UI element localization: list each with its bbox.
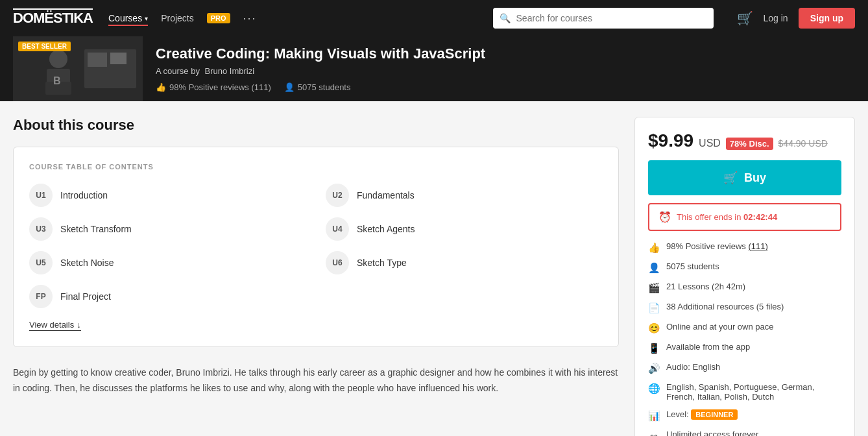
- sidebar-info-pace: 😊 Online and at your own pace: [648, 322, 841, 334]
- offer-countdown-box: ⏰ This offer ends in 02:42:44: [648, 203, 841, 231]
- svg-text:B: B: [53, 75, 61, 86]
- sidebar-card: $9.99 USD 78% Disc. $44.90 USD 🛒 Buy ⏰ T…: [634, 117, 855, 436]
- signup-button[interactable]: Sign up: [799, 8, 855, 29]
- pace-icon: 😊: [648, 322, 660, 334]
- main-layout: About this course COURSE TABLE OF CONTEN…: [0, 101, 868, 436]
- offer-timer: 02:42:44: [743, 212, 777, 222]
- sidebar-info-level: 📊 Level: BEGINNER: [648, 409, 841, 422]
- sidebar-info-access: ∞ Unlimited access forever: [648, 430, 841, 436]
- nav-projects[interactable]: Projects: [161, 10, 194, 26]
- cart-icon[interactable]: 🛒: [737, 10, 753, 26]
- unit-badge-u6: U6: [326, 251, 349, 274]
- course-description: Begin by getting to know creative coder,…: [13, 365, 619, 396]
- unit-name-u6: Sketch Type: [357, 258, 407, 268]
- clock-icon: ⏰: [658, 211, 671, 223]
- login-button[interactable]: Log in: [764, 13, 788, 23]
- main-nav: Courses ▾ Projects PRO ···: [108, 10, 257, 26]
- search-input[interactable]: [493, 8, 714, 29]
- languages-icon: 🌐: [648, 383, 660, 394]
- course-author: A course by Bruno Imbrizi: [156, 66, 855, 76]
- sidebar-info-app: 📱 Available from the app: [648, 342, 841, 354]
- hero-info: Creative Coding: Making Visuals with Jav…: [156, 45, 855, 92]
- sidebar-info-languages: 🌐 English, Spanish, Portuguese, German, …: [648, 382, 841, 402]
- sidebar-info-reviews: 👍 98% Positive reviews (111): [648, 241, 841, 254]
- cart-icon: 🛒: [723, 171, 738, 185]
- main-content: About this course COURSE TABLE OF CONTEN…: [13, 117, 619, 396]
- search-box: 🔍: [493, 8, 714, 29]
- students-icon: 👤: [284, 82, 295, 92]
- offer-text: This offer ends in 02:42:44: [677, 212, 777, 222]
- course-unit-u3: U3 Sketch Transform: [29, 217, 306, 241]
- sidebar-info-audio: 🔊 Audio: English: [648, 362, 841, 374]
- unit-name-u3: Sketch Transform: [60, 224, 132, 234]
- unit-name-u1: Introduction: [60, 190, 108, 200]
- app-icon: 📱: [648, 343, 660, 354]
- unit-badge-u5: U5: [29, 251, 53, 274]
- hero-section: BEST SELLER B Creative Coding: Making Vi…: [0, 36, 868, 101]
- course-unit-u6: U6 Sketch Type: [326, 251, 603, 274]
- course-title: Creative Coding: Making Visuals with Jav…: [156, 45, 855, 62]
- unit-name-u4: Sketch Agents: [357, 224, 415, 234]
- sidebar-info-list: 👍 98% Positive reviews (111) 👤 5075 stud…: [648, 241, 841, 436]
- price-main: $9.99: [648, 130, 693, 151]
- unit-badge-u2: U2: [326, 184, 349, 207]
- navbar: DOMËSTIKA Courses ▾ Projects PRO ··· 🔍 🛒…: [0, 0, 868, 36]
- lessons-icon: 🎬: [648, 282, 660, 294]
- course-unit-u2: U2 Fundamentals: [326, 184, 603, 207]
- unit-name-u2: Fundamentals: [357, 190, 415, 200]
- thumbs-up-icon: 👍: [156, 82, 166, 92]
- level-icon: 📊: [648, 410, 660, 422]
- unit-badge-u1: U1: [29, 184, 53, 207]
- price-currency: USD: [699, 138, 721, 149]
- level-badge: BEGINNER: [691, 409, 738, 420]
- course-unit-u1: U1 Introduction: [29, 184, 306, 207]
- nav-courses[interactable]: Courses ▾: [108, 10, 148, 26]
- unit-name-fp: Final Project: [60, 291, 111, 302]
- unit-badge-u4: U4: [326, 217, 349, 241]
- course-thumbnail: BEST SELLER B: [13, 36, 143, 101]
- logo[interactable]: DOMËSTIKA: [13, 10, 93, 27]
- view-details-link[interactable]: View details ↓: [29, 320, 81, 331]
- sidebar-info-lessons: 🎬 21 Lessons (2h 42m): [648, 282, 841, 294]
- infinity-icon: ∞: [648, 430, 660, 436]
- discount-badge: 78% Disc.: [726, 138, 773, 150]
- reviews-stat: 👍 98% Positive reviews (111): [156, 82, 271, 92]
- sidebar-info-students: 👤 5075 students: [648, 261, 841, 274]
- unit-badge-fp: FP: [29, 285, 53, 308]
- svg-point-4: [49, 50, 67, 68]
- original-price: $44.90 USD: [778, 138, 828, 149]
- audio-icon: 🔊: [648, 363, 660, 374]
- more-button[interactable]: ···: [243, 12, 257, 25]
- course-unit-fp: FP Final Project: [29, 285, 306, 308]
- resources-icon: 📄: [648, 302, 660, 314]
- chevron-down-icon: ↓: [77, 320, 81, 330]
- unit-badge-u3: U3: [29, 217, 53, 241]
- svg-rect-3: [110, 53, 127, 64]
- about-title: About this course: [13, 117, 619, 134]
- course-unit-u5: U5 Sketch Noise: [29, 251, 306, 274]
- svg-rect-2: [88, 53, 107, 67]
- students-icon: 👤: [648, 262, 660, 274]
- hero-stats: 👍 98% Positive reviews (111) 👤 5075 stud…: [156, 82, 855, 92]
- course-table-label: COURSE TABLE OF CONTENTS: [29, 163, 603, 171]
- chevron-down-icon: ▾: [145, 15, 148, 22]
- thumbs-up-icon: 👍: [648, 242, 660, 254]
- course-table-grid: U1 Introduction U2 Fundamentals U3 Sketc…: [29, 184, 603, 308]
- sidebar-info-resources: 📄 38 Additional resources (5 files): [648, 302, 841, 314]
- price-row: $9.99 USD 78% Disc. $44.90 USD: [648, 130, 841, 151]
- sidebar: $9.99 USD 78% Disc. $44.90 USD 🛒 Buy ⏰ T…: [634, 117, 855, 436]
- navbar-right: 🛒 Log in Sign up: [737, 8, 855, 29]
- reviews-link[interactable]: (111): [748, 241, 767, 251]
- course-unit-u4: U4 Sketch Agents: [326, 217, 603, 241]
- search-icon: 🔍: [500, 13, 511, 23]
- author-name[interactable]: Bruno Imbrizi: [205, 66, 255, 76]
- course-table-box: COURSE TABLE OF CONTENTS U1 Introduction…: [13, 147, 619, 347]
- unit-name-u5: Sketch Noise: [60, 258, 114, 268]
- pro-badge[interactable]: PRO: [207, 13, 230, 23]
- buy-button[interactable]: 🛒 Buy: [648, 160, 841, 195]
- best-seller-badge: BEST SELLER: [18, 42, 71, 51]
- students-stat: 👤 5075 students: [284, 82, 351, 92]
